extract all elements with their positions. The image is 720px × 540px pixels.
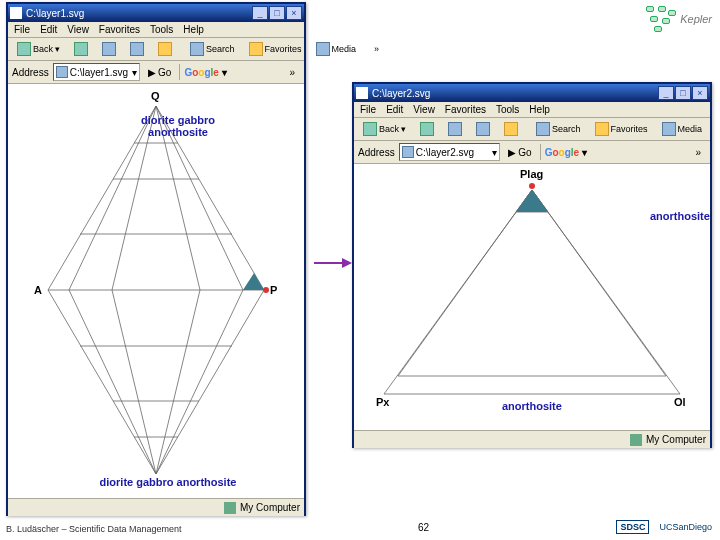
- favorites-icon: [595, 122, 609, 136]
- menu-help[interactable]: Help: [183, 24, 204, 35]
- kepler-label: Kepler: [680, 13, 712, 25]
- menu-tools[interactable]: Tools: [150, 24, 173, 35]
- svg-marker-25: [516, 190, 548, 212]
- svg-marker-18: [243, 273, 264, 290]
- file-icon: [402, 146, 414, 158]
- addrbar-more[interactable]: »: [284, 65, 300, 80]
- diagram-svg: [354, 164, 710, 430]
- vertex-a: A: [34, 284, 42, 296]
- home-button[interactable]: [153, 40, 177, 58]
- back-icon: [363, 122, 377, 136]
- home-icon: [158, 42, 172, 56]
- search-button[interactable]: Search: [185, 40, 240, 58]
- rock-title: diorite gabbro anorthosite: [118, 114, 238, 138]
- refresh-icon: [476, 122, 490, 136]
- slide-number: 62: [418, 522, 429, 533]
- search-button[interactable]: Search: [531, 120, 586, 138]
- menu-tools[interactable]: Tools: [496, 104, 519, 115]
- favorites-icon: [249, 42, 263, 56]
- menu-file[interactable]: File: [14, 24, 30, 35]
- back-button[interactable]: Back ▾: [358, 120, 411, 138]
- toolbar: Back ▾ Search Favorites Media »: [8, 38, 304, 61]
- close-button[interactable]: ×: [692, 86, 708, 100]
- menu-favorites[interactable]: Favorites: [445, 104, 486, 115]
- media-icon: [316, 42, 330, 56]
- menubar: File Edit View Favorites Tools Help: [8, 22, 304, 38]
- menu-file[interactable]: File: [360, 104, 376, 115]
- menu-favorites[interactable]: Favorites: [99, 24, 140, 35]
- favorites-button[interactable]: Favorites: [244, 40, 307, 58]
- vertex-p: P: [270, 284, 277, 296]
- close-button[interactable]: ×: [286, 6, 302, 20]
- maximize-button[interactable]: □: [675, 86, 691, 100]
- forward-button[interactable]: [415, 120, 439, 138]
- statusbar: My Computer: [354, 430, 710, 448]
- back-button[interactable]: Back ▾: [12, 40, 65, 58]
- address-value: C:\layer1.svg: [70, 67, 128, 78]
- search-icon: [536, 122, 550, 136]
- maximize-button[interactable]: □: [269, 6, 285, 20]
- favorites-button[interactable]: Favorites: [590, 120, 653, 138]
- file-icon: [56, 66, 68, 78]
- menubar: File Edit View Favorites Tools Help: [354, 102, 710, 118]
- svg-marker-1: [342, 258, 352, 268]
- refresh-icon: [130, 42, 144, 56]
- footer-credit: B. Ludäscher – Scientific Data Managemen…: [6, 524, 182, 534]
- address-label: Address: [12, 67, 49, 78]
- menu-edit[interactable]: Edit: [386, 104, 403, 115]
- minimize-button[interactable]: _: [658, 86, 674, 100]
- bottom-logos: SDSC UCSanDiego: [616, 520, 712, 534]
- ucsd-logo: UCSanDiego: [659, 522, 712, 532]
- home-button[interactable]: [499, 120, 523, 138]
- svg-line-14: [69, 290, 156, 474]
- toolbar-more[interactable]: »: [369, 42, 384, 56]
- vertex-plag: Plag: [520, 168, 543, 180]
- media-button[interactable]: Media: [657, 120, 708, 138]
- refresh-button[interactable]: [471, 120, 495, 138]
- window-title: C:\layer2.svg: [372, 88, 658, 99]
- dropdown-icon[interactable]: ▾: [492, 147, 497, 158]
- titlebar[interactable]: C:\layer2.svg _ □ ×: [354, 84, 710, 102]
- menu-edit[interactable]: Edit: [40, 24, 57, 35]
- menu-view[interactable]: View: [67, 24, 89, 35]
- addressbar: Address C:\layer1.svg ▾ ▶ Go Google ▾ »: [8, 61, 304, 84]
- media-button[interactable]: Media: [311, 40, 362, 58]
- status-text: My Computer: [240, 502, 300, 513]
- window-title: C:\layer1.svg: [26, 8, 252, 19]
- stop-button[interactable]: [443, 120, 467, 138]
- forward-button[interactable]: [69, 40, 93, 58]
- browser-window-2: C:\layer2.svg _ □ × File Edit View Favor…: [352, 82, 712, 448]
- svg-line-24: [532, 190, 666, 376]
- google-toolbar[interactable]: Google ▾: [184, 67, 226, 78]
- browser-window-1: C:\layer1.svg _ □ × File Edit View Favor…: [6, 2, 306, 516]
- menu-help[interactable]: Help: [529, 104, 550, 115]
- search-icon: [190, 42, 204, 56]
- forward-icon: [420, 122, 434, 136]
- ie-icon: [10, 7, 22, 19]
- address-input[interactable]: C:\layer2.svg ▾: [399, 143, 501, 161]
- label-bottom-anorthosite: anorthosite: [502, 400, 562, 412]
- vertex-q: Q: [151, 90, 160, 102]
- svg-point-19: [263, 287, 269, 293]
- diagram-svg: [8, 84, 304, 498]
- kepler-branding: Kepler: [646, 6, 712, 32]
- addrbar-more[interactable]: »: [690, 145, 706, 160]
- stop-button[interactable]: [97, 40, 121, 58]
- sdsc-logo: SDSC: [616, 520, 649, 534]
- go-button[interactable]: ▶ Go: [504, 146, 535, 159]
- home-icon: [504, 122, 518, 136]
- dropdown-icon[interactable]: ▾: [132, 67, 137, 78]
- viewport: Plag anorthosite Px Ol anorthosite: [354, 164, 710, 430]
- vertex-px: Px: [376, 396, 389, 408]
- computer-icon: [224, 502, 236, 514]
- toolbar-more[interactable]: »: [715, 122, 720, 136]
- go-button[interactable]: ▶ Go: [144, 66, 175, 79]
- refresh-button[interactable]: [125, 40, 149, 58]
- svg-marker-20: [384, 190, 680, 394]
- address-input[interactable]: C:\layer1.svg ▾: [53, 63, 140, 81]
- minimize-button[interactable]: _: [252, 6, 268, 20]
- titlebar[interactable]: C:\layer1.svg _ □ ×: [8, 4, 304, 22]
- label-anorthosite: anorthosite: [650, 210, 710, 222]
- google-toolbar[interactable]: Google ▾: [545, 147, 587, 158]
- menu-view[interactable]: View: [413, 104, 435, 115]
